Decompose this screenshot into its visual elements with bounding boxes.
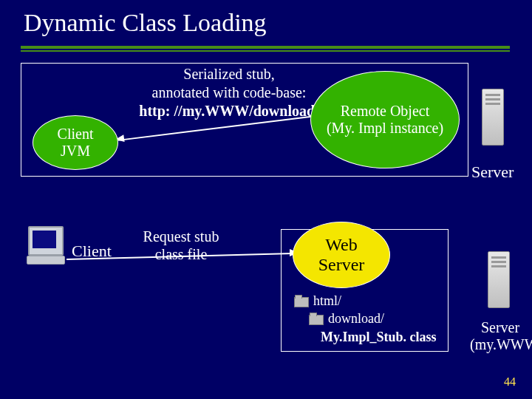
server-tower-icon bbox=[474, 85, 510, 155]
client-jvm-l1: Client bbox=[58, 126, 94, 143]
server2-l2: (my.WWW) bbox=[470, 336, 531, 353]
server-label: Server bbox=[471, 163, 514, 182]
title-rule-thick bbox=[21, 46, 510, 49]
web-server-oval: Web Server bbox=[293, 222, 390, 288]
slide-title: Dynamic Class Loading bbox=[24, 9, 267, 37]
client-jvm-oval: Client JVM bbox=[33, 115, 118, 170]
remote-l1: Remote Object bbox=[327, 103, 443, 120]
web-l2: Server bbox=[318, 255, 365, 275]
file-download: download/ bbox=[294, 310, 437, 327]
web-l1: Web bbox=[318, 235, 365, 255]
title-rule-thin bbox=[21, 50, 510, 52]
server2-l1: Server bbox=[470, 319, 531, 336]
file-html: html/ bbox=[294, 292, 437, 310]
slide-number: 44 bbox=[504, 375, 516, 389]
webserver-tower-icon bbox=[480, 248, 516, 318]
folder-icon bbox=[294, 297, 309, 307]
file-stub: My.Impl_Stub. class bbox=[294, 328, 437, 346]
serialized-line1: Serialized stub, bbox=[133, 65, 325, 83]
remote-l2: (My. Impl instance) bbox=[327, 120, 443, 137]
client-monitor-icon bbox=[25, 226, 66, 267]
folder-icon bbox=[309, 315, 324, 325]
remote-object-oval: Remote Object (My. Impl instance) bbox=[310, 71, 460, 168]
web-server-files: html/ download/ My.Impl_Stub. class bbox=[294, 292, 437, 346]
client-jvm-l2: JVM bbox=[58, 143, 94, 160]
request-l1: Request stub bbox=[129, 228, 233, 245]
webserver-label: Server (my.WWW) bbox=[470, 319, 531, 353]
request-stub-caption: Request stub class file bbox=[129, 228, 233, 263]
serialized-line2: annotated with code-base: bbox=[133, 83, 325, 102]
serialized-stub-caption: Serialized stub, annotated with code-bas… bbox=[133, 65, 325, 120]
